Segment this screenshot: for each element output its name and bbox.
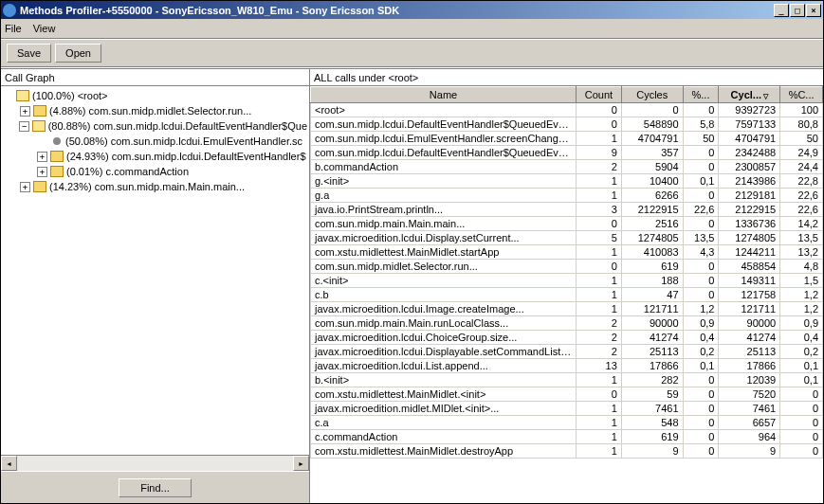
cell-value: 22,6 (780, 203, 823, 217)
expand-icon[interactable]: + (37, 152, 47, 162)
folder-icon (33, 105, 46, 117)
cell-value: 0 (683, 260, 719, 274)
cell-value: 357 (621, 146, 683, 160)
table-row[interactable]: com.sun.midp.main.Main.main...0251601336… (311, 217, 823, 231)
cell-value: 0 (683, 387, 719, 402)
cell-value: 2129181 (719, 189, 780, 203)
scroll-right-icon[interactable]: ► (293, 456, 309, 471)
cell-value: 1 (577, 189, 622, 203)
cell-name: c.a (311, 416, 577, 430)
column-header[interactable]: Count (577, 87, 622, 103)
call-graph-header: Call Graph (1, 69, 309, 86)
cell-value: 47 (621, 288, 683, 302)
cell-value: 0,1 (683, 359, 719, 373)
cell-value: 1336736 (719, 217, 780, 231)
cell-value: 100 (780, 103, 823, 117)
titlebar[interactable]: Methods Profiler-+5550000 - SonyEricsson… (1, 1, 823, 19)
table-row[interactable]: javax.microedition.lcdui.Display.setCurr… (311, 231, 823, 245)
table-row[interactable]: javax.microedition.lcdui.Displayable.set… (311, 345, 823, 359)
cell-value: 41274 (621, 331, 683, 345)
maximize-button[interactable]: □ (790, 4, 805, 17)
cell-value: 1 (577, 174, 622, 189)
open-button[interactable]: Open (55, 44, 101, 63)
table-row[interactable]: c.commandAction161909640 (311, 430, 823, 444)
cell-name: javax.microedition.lcdui.Display.setCurr… (311, 231, 577, 245)
cell-value: 0 (683, 160, 719, 174)
collapse-icon[interactable]: − (19, 121, 29, 132)
cell-name: g.<init> (311, 174, 577, 189)
cell-value: 0 (683, 103, 719, 117)
table-row[interactable]: <root>0009392723100 (311, 103, 823, 117)
cell-value: 121711 (621, 302, 683, 316)
table-row[interactable]: com.xstu.midlettest.MainMidlet.destroyAp… (311, 444, 823, 459)
cell-name: b.<init> (311, 373, 577, 387)
table-row[interactable]: com.sun.midp.lcdui.DefaultEventHandler$Q… (311, 117, 823, 132)
table-row[interactable]: javax.microedition.lcdui.ChoiceGroup.siz… (311, 331, 823, 345)
tree-row[interactable]: (100.0%) <root> (3, 88, 307, 103)
expand-icon[interactable]: + (37, 167, 47, 177)
tree-row[interactable]: (50.08%) com.sun.midp.lcdui.EmulEventHan… (3, 134, 307, 149)
cell-value: 1 (577, 132, 622, 146)
table-row[interactable]: javax.microedition.lcdui.List.append...1… (311, 359, 823, 373)
cell-value: 458854 (719, 260, 780, 274)
column-header[interactable]: %C... (780, 87, 823, 103)
cell-value: 2122915 (621, 203, 683, 217)
cell-value: 410083 (621, 245, 683, 260)
column-header[interactable]: %... (683, 87, 719, 103)
table-row[interactable]: java.io.PrintStream.println...3212291522… (311, 203, 823, 217)
scroll-left-icon[interactable]: ◄ (1, 456, 17, 471)
tree-row[interactable]: −(80.88%) com.sun.midp.lcdui.DefaultEven… (3, 118, 307, 134)
tree-row[interactable]: +(24.93%) com.sun.midp.lcdui.DefaultEven… (3, 149, 307, 164)
find-button[interactable]: Find... (119, 478, 192, 497)
tree-hscroll[interactable]: ◄ ► (1, 455, 309, 471)
cell-name: com.sun.midp.lcdui.EmulEventHandler.scre… (311, 132, 577, 146)
cell-value: 619 (621, 430, 683, 444)
call-graph-tree[interactable]: (100.0%) <root>+(4.88%) com.sun.midp.mid… (1, 86, 309, 455)
table-row[interactable]: b.<init>12820120390,1 (311, 373, 823, 387)
column-header[interactable]: Cycles (621, 87, 683, 103)
table-row[interactable]: javax.microedition.midlet.MIDlet.<init>.… (311, 402, 823, 416)
table-row[interactable]: com.sun.midp.lcdui.EmulEventHandler.scre… (311, 132, 823, 146)
cell-value: 0 (621, 103, 683, 117)
cell-value: 41274 (719, 331, 780, 345)
menu-file[interactable]: File (5, 23, 22, 34)
table-row[interactable]: c.b14701217581,2 (311, 288, 823, 302)
tree-row[interactable]: +(0.01%) c.commandAction (3, 164, 307, 179)
close-button[interactable]: × (806, 4, 821, 17)
column-header[interactable]: Cycl...▽ (719, 87, 780, 103)
table-row[interactable]: c.a1548066570 (311, 416, 823, 430)
cell-value: 0 (780, 416, 823, 430)
save-button[interactable]: Save (7, 44, 51, 63)
table-row[interactable]: c.<init>118801493111,5 (311, 274, 823, 288)
table-row[interactable]: com.sun.midp.midlet.Selector.run...06190… (311, 260, 823, 274)
tree-row[interactable]: +(4.88%) com.sun.midp.midlet.Selector.ru… (3, 103, 307, 118)
leaf-icon (53, 137, 61, 145)
cell-value: 2300857 (719, 160, 780, 174)
cell-name: com.sun.midp.lcdui.DefaultEventHandler$Q… (311, 146, 577, 160)
menu-view[interactable]: View (33, 23, 56, 34)
table-row[interactable]: com.xstu.midlettest.MainMidlet.<init>059… (311, 387, 823, 402)
cell-name: javax.microedition.lcdui.Displayable.set… (311, 345, 577, 359)
table-row[interactable]: javax.microedition.lcdui.Image.createIma… (311, 302, 823, 316)
column-header[interactable]: Name (311, 87, 577, 103)
cell-value: 0 (577, 217, 622, 231)
cell-value: 188 (621, 274, 683, 288)
expand-icon[interactable]: + (20, 106, 30, 117)
cell-value: 1244211 (719, 245, 780, 260)
cell-value: 0,1 (683, 174, 719, 189)
cell-name: com.xstu.midlettest.MainMidlet.<init> (311, 387, 577, 402)
table-row[interactable]: b.commandAction259040230085724,4 (311, 160, 823, 174)
table-row[interactable]: com.xstu.midlettest.MainMidlet.startApp1… (311, 245, 823, 260)
table-row[interactable]: com.sun.midp.lcdui.DefaultEventHandler$Q… (311, 146, 823, 160)
cell-value: 1 (577, 274, 622, 288)
cell-value: 7520 (719, 387, 780, 402)
cell-value: 12039 (719, 373, 780, 387)
expand-icon[interactable]: + (20, 182, 30, 192)
cell-value: 0,2 (683, 345, 719, 359)
tree-row[interactable]: +(14.23%) com.sun.midp.main.Main.main... (3, 179, 307, 194)
table-row[interactable]: g.<init>1104000,1214398622,8 (311, 174, 823, 189)
table-row[interactable]: com.sun.midp.main.Main.runLocalClass...2… (311, 316, 823, 331)
minimize-button[interactable]: _ (774, 4, 789, 17)
table-body: <root>0009392723100com.sun.midp.lcdui.De… (311, 103, 823, 459)
table-row[interactable]: g.a162660212918122,6 (311, 189, 823, 203)
